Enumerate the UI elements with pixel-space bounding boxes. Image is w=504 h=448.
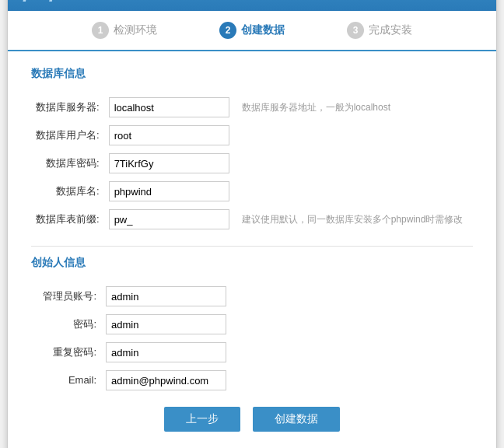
header-left: phpwind 安装向导 xyxy=(23,0,174,3)
admin-confirm-label: 重复密码: xyxy=(31,338,101,366)
db-password-cell xyxy=(104,149,234,177)
table-row: 重复密码: xyxy=(31,338,473,366)
founder-section-title: 创始人信息 xyxy=(31,256,473,273)
admin-password-input[interactable] xyxy=(106,314,226,334)
admin-confirm-cell xyxy=(101,338,231,366)
db-name-hint xyxy=(234,177,473,205)
admin-email-cell xyxy=(101,366,231,394)
table-row: 密码: xyxy=(31,310,473,338)
step-2[interactable]: 2 创建数据 xyxy=(188,19,316,42)
logo-wind: wind xyxy=(63,0,112,2)
db-user-input[interactable] xyxy=(109,125,229,145)
table-row: 数据库密码: xyxy=(31,149,473,177)
db-form-table: 数据库服务器: 数据库服务器地址，一般为localhost 数据库用户名: 数据… xyxy=(31,93,473,233)
founder-form-table: 管理员账号: 密码: 重复密码: Ema xyxy=(31,282,473,394)
db-host-hint: 数据库服务器地址，一般为localhost xyxy=(234,93,473,121)
db-section-title: 数据库信息 xyxy=(31,67,473,84)
db-host-label: 数据库服务器: xyxy=(31,93,104,121)
admin-username-input[interactable] xyxy=(106,286,226,306)
admin-username-cell xyxy=(101,282,231,310)
admin-confirm-input[interactable] xyxy=(106,342,226,362)
db-name-input[interactable] xyxy=(109,181,229,201)
table-row: 数据库服务器: 数据库服务器地址，一般为localhost xyxy=(31,93,473,121)
db-prefix-input[interactable] xyxy=(109,209,229,229)
step-3[interactable]: 3 完成安装 xyxy=(316,19,443,42)
content: 数据库信息 数据库服务器: 数据库服务器地址，一般为localhost 数据库用… xyxy=(8,51,496,448)
admin-email-hint xyxy=(231,366,473,394)
table-row: Email: xyxy=(31,366,473,394)
db-host-cell xyxy=(104,93,234,121)
admin-email-input[interactable] xyxy=(106,370,226,390)
step-1[interactable]: 1 检测环境 xyxy=(61,19,188,42)
db-password-label: 数据库密码: xyxy=(31,149,104,177)
admin-password-cell xyxy=(101,310,231,338)
admin-confirm-hint xyxy=(231,338,473,366)
db-password-input[interactable] xyxy=(109,153,229,173)
db-name-cell xyxy=(104,177,234,205)
admin-username-label: 管理员账号: xyxy=(31,282,101,310)
db-prefix-cell xyxy=(104,205,234,233)
step-1-num: 1 xyxy=(92,22,109,39)
prev-button[interactable]: 上一步 xyxy=(164,407,240,432)
main-window: phpwind 安装向导 1.0.10 1 检测环境 2 创建数据 3 完成安装… xyxy=(7,0,497,448)
admin-password-label: 密码: xyxy=(31,310,101,338)
logo-php: php xyxy=(23,0,63,2)
table-row: 管理员账号: xyxy=(31,282,473,310)
admin-username-hint xyxy=(231,282,473,310)
db-name-label: 数据库名: xyxy=(31,177,104,205)
steps-bar: 1 检测环境 2 创建数据 3 完成安装 xyxy=(8,11,496,51)
step-3-label: 完成安装 xyxy=(369,23,412,37)
header: phpwind 安装向导 1.0.10 xyxy=(8,0,496,11)
db-user-cell xyxy=(104,121,234,149)
admin-email-label: Email: xyxy=(31,366,101,394)
db-password-hint xyxy=(234,149,473,177)
table-row: 数据库表前缀: 建议使用默认，同一数据库安装多个phpwind时需修改 xyxy=(31,205,473,233)
admin-password-hint xyxy=(231,310,473,338)
db-prefix-label: 数据库表前缀: xyxy=(31,205,104,233)
step-2-num: 2 xyxy=(219,22,236,39)
step-3-num: 3 xyxy=(347,22,364,39)
button-row: 上一步 创建数据 xyxy=(31,407,473,432)
db-prefix-hint: 建议使用默认，同一数据库安装多个phpwind时需修改 xyxy=(234,205,473,233)
table-row: 数据库名: xyxy=(31,177,473,205)
step-1-label: 检测环境 xyxy=(114,23,157,37)
db-user-hint xyxy=(234,121,473,149)
db-host-input[interactable] xyxy=(109,97,229,117)
step-2-label: 创建数据 xyxy=(241,23,285,37)
db-user-label: 数据库用户名: xyxy=(31,121,104,149)
create-button[interactable]: 创建数据 xyxy=(253,407,340,432)
table-row: 数据库用户名: xyxy=(31,121,473,149)
section-divider xyxy=(31,246,473,247)
logo: phpwind xyxy=(23,0,112,3)
